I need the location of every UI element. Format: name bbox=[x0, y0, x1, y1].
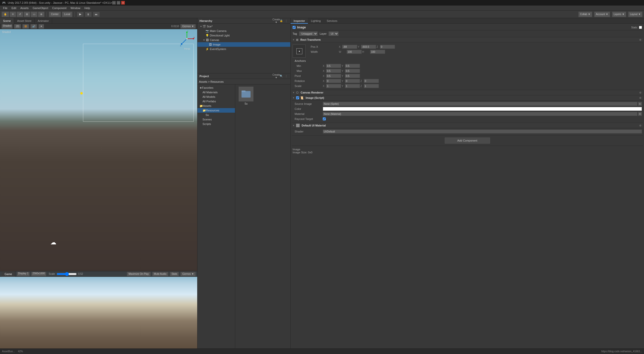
tree-scripts[interactable]: Scripts bbox=[197, 122, 235, 126]
rect-settings-btn[interactable]: ⚙ bbox=[638, 38, 642, 41]
asset-su-folder[interactable]: Su bbox=[237, 86, 255, 105]
rot-x[interactable] bbox=[326, 79, 341, 83]
scene-effects-btn[interactable]: ✦ bbox=[38, 24, 44, 29]
pos-x-input[interactable] bbox=[342, 45, 357, 49]
canvas-renderer-header[interactable]: ▼ ⬡ Canvas Renderer ⚙ bbox=[292, 90, 643, 95]
add-component-btn[interactable]: Add Component bbox=[445, 138, 490, 144]
center-btn[interactable]: Center bbox=[49, 12, 61, 17]
anchor-max-x[interactable] bbox=[326, 69, 341, 73]
tab-inspector[interactable]: Inspector bbox=[291, 18, 308, 24]
menu-assets[interactable]: Assets bbox=[18, 6, 31, 11]
tree-favorites[interactable]: ★ Favorites bbox=[197, 85, 235, 90]
tab-scene[interactable]: Scene bbox=[0, 18, 14, 24]
menu-window[interactable]: Window bbox=[68, 6, 82, 11]
tab-lighting[interactable]: Lighting bbox=[308, 18, 324, 24]
expand-sce[interactable]: ▼ bbox=[199, 25, 203, 28]
minimize-btn[interactable]: ─ bbox=[112, 1, 116, 5]
2d-btn[interactable]: 2D bbox=[14, 24, 21, 29]
scale-slider[interactable] bbox=[57, 272, 77, 276]
maximize-btn[interactable]: □ bbox=[117, 1, 120, 5]
pivot-x[interactable] bbox=[326, 74, 341, 78]
local-btn[interactable]: Local bbox=[62, 12, 72, 17]
close-btn[interactable]: ✕ bbox=[121, 1, 125, 5]
stats-btn[interactable]: Stats bbox=[170, 272, 179, 276]
hand-tool[interactable]: ✋ bbox=[2, 12, 9, 17]
pivot-y[interactable] bbox=[345, 74, 360, 78]
anchor-min-y[interactable] bbox=[345, 64, 360, 68]
source-image-pick-btn[interactable]: ⊙ bbox=[638, 102, 642, 106]
menu-gameobject[interactable]: GameObject bbox=[31, 6, 50, 11]
collab-dropdown[interactable]: Collab ▼ bbox=[578, 12, 592, 17]
tree-scenes[interactable]: Scenes bbox=[197, 117, 235, 122]
height-input[interactable] bbox=[370, 50, 385, 54]
project-create-btn[interactable]: Create ▼ bbox=[274, 74, 278, 78]
menu-edit[interactable]: Edit bbox=[10, 6, 18, 11]
shaded-select[interactable]: Shaded bbox=[2, 24, 13, 29]
hierarchy-item-main-camera[interactable]: 📷 Main Camera bbox=[197, 29, 290, 33]
material-input[interactable] bbox=[323, 112, 637, 116]
rot-z[interactable] bbox=[364, 79, 379, 83]
project-menu-btn[interactable]: ⋮ bbox=[284, 74, 288, 78]
menu-file[interactable]: File bbox=[1, 6, 10, 11]
rot-y[interactable] bbox=[345, 79, 360, 83]
step-button[interactable]: ⏭ bbox=[93, 12, 100, 17]
hierarchy-item-eventsystem[interactable]: ⚡ EventSystem bbox=[197, 47, 290, 51]
expand-canvas[interactable]: ▼ bbox=[203, 38, 206, 41]
mute-audio-btn[interactable]: Mute Audio bbox=[152, 272, 168, 276]
scale-z[interactable] bbox=[364, 84, 379, 88]
hierarchy-item-image[interactable]: 🖼 Image bbox=[197, 42, 290, 47]
anchor-max-y[interactable] bbox=[345, 69, 360, 73]
raycast-checkbox[interactable] bbox=[323, 117, 326, 120]
scale-tool[interactable]: ⊞ bbox=[24, 12, 30, 17]
project-search-btn[interactable]: 🔍 bbox=[279, 74, 283, 78]
maximize-play-btn[interactable]: Maximize On Play bbox=[127, 272, 151, 276]
hierarchy-item-sce[interactable]: ▼ 🎬 Sce* bbox=[197, 24, 290, 29]
tab-animator[interactable]: Animator bbox=[35, 18, 52, 24]
scale-x[interactable] bbox=[326, 84, 341, 88]
combo-tool[interactable]: ⊕ bbox=[38, 12, 45, 17]
rect-transform-header[interactable]: ▼ ⊞ Rect Transform ⚙ bbox=[292, 37, 643, 42]
image-script-settings[interactable]: ⚙ bbox=[638, 96, 642, 100]
anchor-min-x[interactable] bbox=[326, 64, 341, 68]
play-button[interactable]: ▶ bbox=[77, 12, 84, 17]
scene-audio-btn[interactable]: 🔊 bbox=[30, 24, 37, 29]
source-image-input[interactable] bbox=[323, 102, 637, 106]
scene-view[interactable]: Shaded 2D 🔆 🔊 ✦ 0.0110 Gizmos ▼ bbox=[0, 24, 197, 271]
move-tool[interactable]: ✛ bbox=[10, 12, 16, 17]
rotate-tool[interactable]: ↺ bbox=[17, 12, 23, 17]
pos-y-input[interactable] bbox=[361, 45, 376, 49]
display-select[interactable]: Display 1 bbox=[17, 272, 30, 276]
rect-tool[interactable]: ▭ bbox=[31, 12, 37, 17]
static-checkbox[interactable] bbox=[639, 26, 642, 29]
shader-input[interactable] bbox=[323, 129, 642, 134]
tab-services[interactable]: Services bbox=[324, 18, 340, 24]
tab-asset-store[interactable]: Asset Store bbox=[14, 18, 35, 24]
layer-dropdown[interactable]: UI bbox=[329, 31, 339, 36]
hierarchy-lock-btn[interactable]: 🔒 bbox=[279, 19, 283, 23]
image-script-enabled[interactable] bbox=[296, 96, 299, 99]
hierarchy-item-canvas[interactable]: ▼ 🖼 Canvas bbox=[197, 38, 290, 42]
width-input[interactable] bbox=[347, 50, 362, 54]
tag-dropdown[interactable]: Untagged bbox=[299, 31, 318, 36]
account-dropdown[interactable]: Account ▼ bbox=[594, 12, 610, 17]
resolution-select[interactable]: 2560x1600 bbox=[31, 272, 46, 276]
menu-component[interactable]: Component bbox=[50, 6, 68, 11]
tree-assets[interactable]: 📁 Assets bbox=[197, 104, 235, 108]
scene-lighting-btn[interactable]: 🔆 bbox=[22, 24, 29, 29]
hierarchy-menu-btn[interactable]: ⋮ bbox=[284, 19, 288, 23]
color-swatch[interactable] bbox=[323, 107, 642, 111]
tree-all-prefabs[interactable]: All Prefabs bbox=[197, 99, 235, 104]
tree-resources[interactable]: 📁 Resources bbox=[197, 108, 235, 113]
material-pick-btn[interactable]: ⊙ bbox=[638, 112, 642, 116]
hierarchy-item-dir-light[interactable]: 💡 Directional Light bbox=[197, 33, 290, 38]
hierarchy-create-btn[interactable]: Create ▼ bbox=[274, 19, 278, 23]
tree-all-materials[interactable]: All Materials bbox=[197, 90, 235, 95]
pause-button[interactable]: ⏸ bbox=[85, 12, 92, 17]
tree-su[interactable]: Su bbox=[197, 113, 235, 117]
pos-z-input[interactable] bbox=[380, 45, 395, 49]
image-script-header[interactable]: ▼ 📜 Image (Script) ⚙ bbox=[292, 95, 643, 101]
object-enabled-checkbox[interactable] bbox=[293, 26, 296, 29]
layout-dropdown[interactable]: Layout ▼ bbox=[628, 12, 642, 17]
default-ui-material-header[interactable]: ▼ Default UI Material ⚙ bbox=[292, 123, 643, 128]
canvas-renderer-settings[interactable]: ⚙ bbox=[638, 91, 642, 94]
